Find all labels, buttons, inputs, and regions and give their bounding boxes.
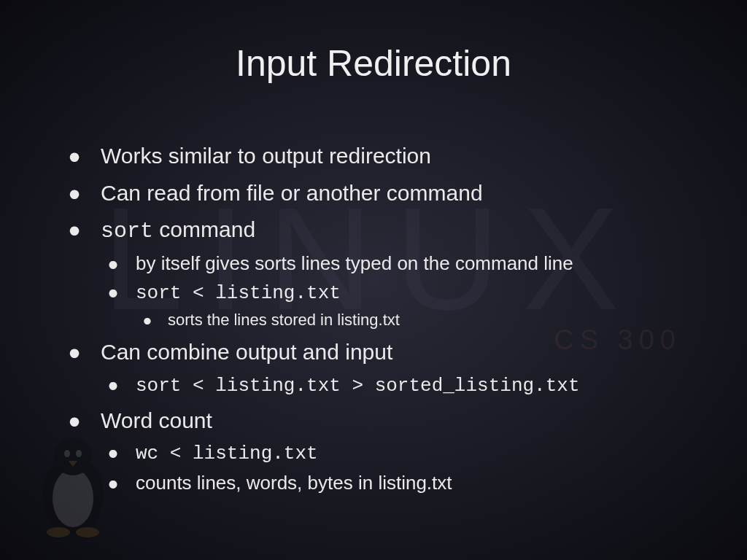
bullet-text: counts lines, words, bytes in listing.tx… [136, 472, 452, 494]
list-item: sort < listing.txt sorts the lines store… [101, 279, 689, 331]
list-item: counts lines, words, bytes in listing.tx… [101, 470, 689, 496]
code-token: wc < listing.txt [136, 443, 318, 464]
bullet-text: Can combine output and input [101, 340, 392, 364]
bullet-text: by itself gives sorts lines typed on the… [136, 252, 573, 274]
list-item: Can read from file or another command [58, 179, 689, 209]
list-item: Works similar to output redirection [58, 141, 689, 171]
code-token: sort [101, 219, 153, 244]
list-item: sorts the lines stored in listing.txt [136, 309, 689, 331]
list-item: sort command by itself gives sorts lines… [58, 215, 689, 330]
bullet-text: Works similar to output redirection [101, 144, 431, 168]
list-item: sort < listing.txt > sorted_listing.txt [101, 372, 689, 399]
list-item: wc < listing.txt [101, 440, 689, 467]
bullet-list: Works similar to output redirection Can … [58, 141, 689, 496]
bullet-text: command [153, 217, 255, 241]
code-token: sort < listing.txt [136, 282, 341, 304]
list-item: Word count wc < listing.txt counts lines… [58, 406, 689, 496]
slide-content: Input Redirection Works similar to outpu… [0, 0, 747, 560]
bullet-text: Can read from file or another command [101, 181, 483, 205]
list-item: by itself gives sorts lines typed on the… [101, 251, 689, 276]
slide-title: Input Redirection [58, 42, 689, 85]
list-item: Can combine output and input sort < list… [58, 338, 689, 399]
bullet-text: Word count [101, 408, 212, 432]
code-token: sort < listing.txt > sorted_listing.txt [136, 375, 580, 397]
bullet-text: sorts the lines stored in listing.txt [168, 311, 400, 329]
